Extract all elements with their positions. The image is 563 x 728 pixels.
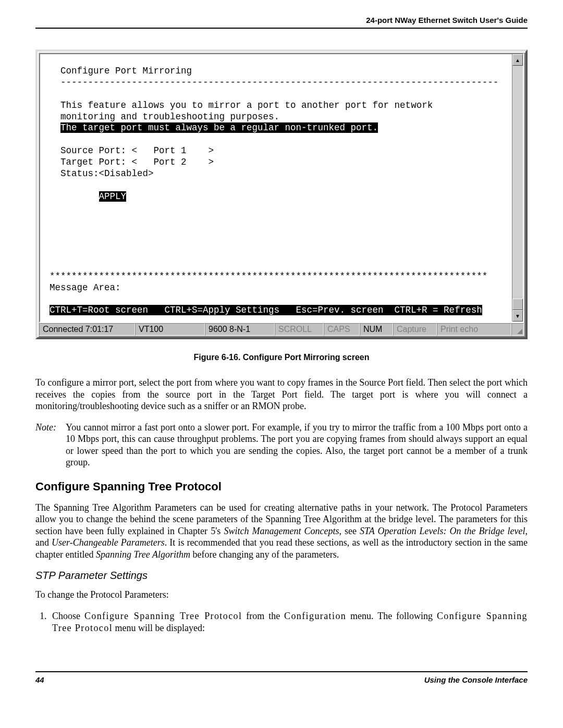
status-line: 9600 8-N-1 [205,323,275,336]
figure-caption: Figure 6-16. Configure Port Mirroring sc… [35,353,528,362]
terminal-window: Configure Port Mirroring ---------------… [35,50,528,339]
scroll-thumb[interactable] [512,299,523,310]
status-field[interactable]: Status:<Disabled> [50,168,154,179]
statusbar: Connected 7:01:17 VT100 9600 8-N-1 SCROL… [39,323,524,336]
status-emulation: VT100 [135,323,205,336]
note-block: Note: You cannot mirror a fast port onto… [35,422,528,468]
terminal-separator: ****************************************… [50,271,487,281]
terminal-title: Configure Port Mirroring [50,66,192,76]
resize-grip[interactable] [511,323,524,336]
page-number: 44 [35,675,44,684]
note-label: Note: [35,422,66,468]
step-1: Choose Configure Spanning Tree Protocol … [49,610,528,635]
terminal-divider: ----------------------------------------… [50,77,498,88]
scroll-down-button[interactable]: ▼ [512,310,523,322]
status-caps: CAPS [324,323,360,336]
paragraph-1: To configure a mirror port, select the p… [35,377,528,412]
apply-button[interactable]: APPLY [50,191,126,202]
note-text: You cannot mirror a fast port onto a slo… [66,422,528,468]
subheading-stp-settings: STP Parameter Settings [35,570,528,582]
status-connected: Connected 7:01:17 [39,323,135,336]
vertical-scrollbar[interactable]: ▲ ▼ [512,54,523,322]
footer-section: Using the Console Interface [424,675,528,684]
status-echo: Print echo [437,323,511,336]
status-capture: Capture [393,323,437,336]
page-footer: 44 Using the Console Interface [35,671,528,684]
source-port-field[interactable]: Source Port: < Port 1 > [50,145,214,156]
status-scroll: SCROLL [275,323,324,336]
terminal-help-line: CTRL+T=Root screen CTRL+S=Apply Settings… [50,305,482,315]
target-port-field[interactable]: Target Port: < Port 2 > [50,157,214,167]
status-num: NUM [360,323,393,336]
paragraph-2: The Spanning Tree Algorithm Parameters c… [35,502,528,561]
scroll-up-button[interactable]: ▲ [512,54,523,66]
terminal-screen: Configure Port Mirroring ---------------… [40,54,523,322]
scroll-track[interactable] [512,66,523,310]
paragraph-3: To change the Protocol Parameters: [35,589,528,601]
terminal-warning: The target port must always be a regular… [50,122,378,133]
terminal-desc-line2: monitoring and troubleshooting purposes. [50,112,279,122]
message-area-label: Message Area: [50,282,121,293]
heading-stp: Configure Spanning Tree Protocol [35,480,528,493]
page-header: 24-port NWay Ethernet Switch User's Guid… [35,16,528,29]
steps-list: Choose Configure Spanning Tree Protocol … [35,610,528,635]
terminal-desc-line1: This feature allows you to mirror a port… [50,100,433,110]
